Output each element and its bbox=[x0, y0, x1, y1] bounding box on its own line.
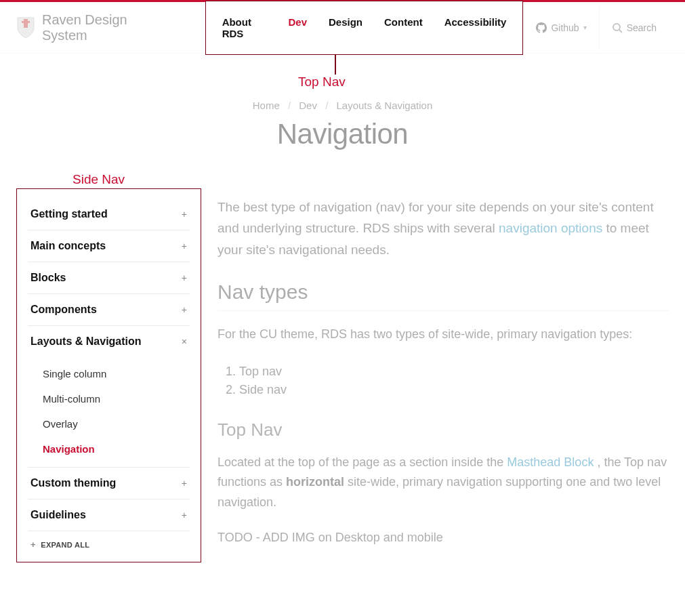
github-label: Github bbox=[551, 22, 579, 33]
side-nav: Getting started + Main concepts + Blocks… bbox=[16, 188, 201, 562]
sidenav-item-label: Components bbox=[30, 304, 97, 316]
shield-logo-icon bbox=[16, 16, 35, 39]
plus-icon: + bbox=[182, 272, 187, 283]
plus-icon: + bbox=[182, 209, 187, 220]
github-icon bbox=[536, 22, 547, 33]
sidenav-sub-navigation[interactable]: Navigation bbox=[43, 436, 190, 461]
topnav-item-content[interactable]: Content bbox=[384, 16, 423, 39]
plus-icon: + bbox=[182, 241, 187, 251]
sidenav-item-blocks[interactable]: Blocks + bbox=[28, 262, 190, 294]
intro-paragraph: The best type of navigation (nav) for yo… bbox=[217, 197, 669, 260]
topnav-item-about[interactable]: About RDS bbox=[222, 16, 267, 39]
annotation-sidenav-label: Side Nav bbox=[72, 172, 125, 187]
breadcrumb-sep: / bbox=[325, 100, 328, 111]
breadcrumb-area: Home / Dev / Layouts & Navigation Naviga… bbox=[0, 54, 685, 150]
sidenav-sub-multi-column[interactable]: Multi-column bbox=[43, 386, 190, 411]
page-title: Navigation bbox=[0, 118, 685, 150]
masthead-block-link[interactable]: Masthead Block bbox=[507, 455, 594, 469]
plus-icon: + bbox=[30, 539, 36, 550]
sidenav-item-label: Blocks bbox=[30, 272, 66, 284]
nav-types-list: Top nav Side nav bbox=[220, 363, 669, 399]
svg-line-1 bbox=[619, 30, 622, 33]
search-label: Search bbox=[627, 22, 657, 33]
topnav-heading: Top Nav bbox=[217, 419, 669, 440]
main-content: The best type of navigation (nav) for yo… bbox=[217, 188, 669, 562]
annotation-topnav-line bbox=[335, 54, 336, 75]
plus-icon: + bbox=[182, 510, 187, 520]
breadcrumb-sep: / bbox=[288, 100, 291, 111]
sidenav-item-label: Custom theming bbox=[30, 477, 116, 489]
sidenav-item-guidelines[interactable]: Guidelines + bbox=[28, 499, 190, 531]
navigation-options-link[interactable]: navigation options bbox=[499, 221, 602, 235]
nav-types-paragraph: For the CU theme, RDS has two types of s… bbox=[217, 325, 669, 345]
text: Located at the top of the page as a sect… bbox=[217, 455, 507, 469]
plus-icon: + bbox=[182, 478, 187, 489]
header-right: Github ▾ Search bbox=[523, 6, 669, 49]
svg-point-0 bbox=[613, 24, 620, 30]
breadcrumb-item[interactable]: Home bbox=[253, 100, 280, 111]
sidenav-submenu: Single column Multi-column Overlay Navig… bbox=[28, 357, 190, 468]
todo-note: TODO - ADD IMG on Desktop and mobile bbox=[217, 528, 669, 548]
close-icon: × bbox=[182, 336, 187, 347]
topnav-item-dev[interactable]: Dev bbox=[288, 16, 307, 39]
brand[interactable]: Raven Design System bbox=[16, 12, 171, 43]
breadcrumb-item[interactable]: Layouts & Navigation bbox=[336, 100, 432, 111]
topnav-item-accessibility[interactable]: Accessibility bbox=[444, 16, 507, 39]
search-button[interactable]: Search bbox=[599, 6, 669, 49]
sidenav-sub-single-column[interactable]: Single column bbox=[43, 361, 190, 386]
github-button[interactable]: Github ▾ bbox=[523, 6, 598, 49]
plus-icon: + bbox=[182, 304, 187, 315]
sidenav-item-label: Getting started bbox=[30, 208, 108, 220]
bold-text: horizontal bbox=[286, 475, 344, 489]
sidenav-item-label: Layouts & Navigation bbox=[30, 335, 142, 348]
content-wrap: Getting started + Main concepts + Blocks… bbox=[0, 188, 685, 579]
breadcrumb-item[interactable]: Dev bbox=[299, 100, 317, 111]
annotation-topnav-label: Top Nav bbox=[298, 75, 346, 89]
top-nav: About RDS Dev Design Content Accessibili… bbox=[205, 1, 524, 55]
sidenav-item-label: Main concepts bbox=[30, 240, 106, 252]
sidenav-item-label: Guidelines bbox=[30, 509, 86, 521]
breadcrumb: Home / Dev / Layouts & Navigation bbox=[0, 100, 685, 111]
topnav-paragraph: Located at the top of the page as a sect… bbox=[217, 453, 669, 513]
sidenav-item-custom-theming[interactable]: Custom theming + bbox=[28, 468, 190, 499]
search-icon bbox=[612, 22, 623, 33]
list-item: Side nav bbox=[239, 381, 669, 399]
nav-types-heading: Nav types bbox=[217, 281, 669, 311]
sidenav-sub-overlay[interactable]: Overlay bbox=[43, 411, 190, 436]
brand-name: Raven Design System bbox=[42, 12, 171, 43]
expand-all-label: EXPAND ALL bbox=[41, 541, 89, 549]
sidenav-item-layouts-navigation[interactable]: Layouts & Navigation × bbox=[28, 326, 190, 357]
sidenav-item-components[interactable]: Components + bbox=[28, 294, 190, 326]
sidenav-item-getting-started[interactable]: Getting started + bbox=[28, 199, 190, 230]
header: Raven Design System About RDS Dev Design… bbox=[0, 2, 685, 54]
expand-all-button[interactable]: + EXPAND ALL bbox=[28, 531, 190, 551]
list-item: Top nav bbox=[239, 363, 669, 381]
topnav-item-design[interactable]: Design bbox=[329, 16, 362, 39]
sidenav-item-main-concepts[interactable]: Main concepts + bbox=[28, 230, 190, 262]
chevron-down-icon: ▾ bbox=[583, 24, 587, 31]
